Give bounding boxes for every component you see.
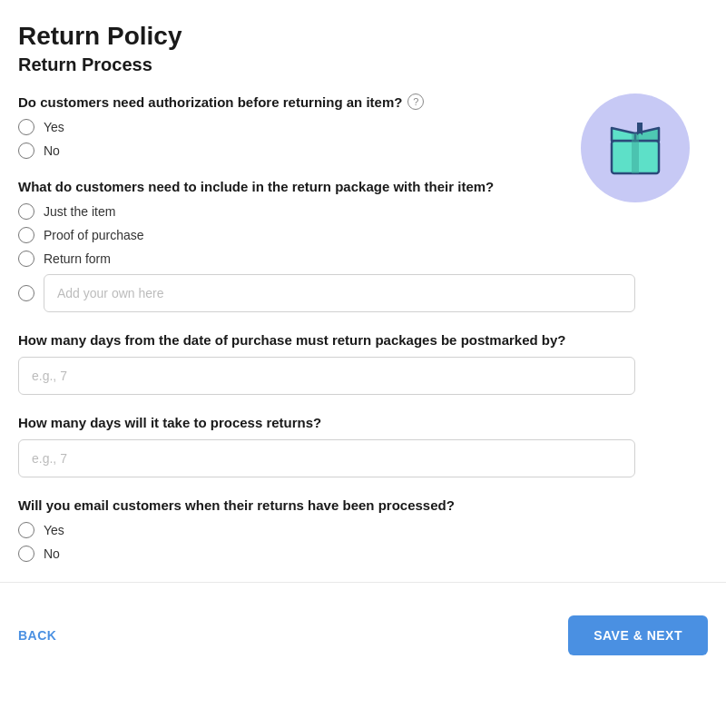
q5-yes-option[interactable]: Yes — [18, 522, 635, 538]
page-container: Return Policy Return Process — [0, 0, 726, 562]
question-4-text: How many days will it take to process re… — [18, 415, 321, 430]
save-next-button[interactable]: SAVE & NEXT — [568, 615, 708, 655]
q2-proof-option[interactable]: Proof of purchase — [18, 227, 635, 243]
content-area: Do customers need authorization before r… — [18, 93, 708, 562]
illustration — [581, 93, 690, 202]
question-1-label: Do customers need authorization before r… — [18, 93, 635, 110]
q1-no-option[interactable]: No — [18, 143, 635, 159]
question-2-label: What do customers need to include in the… — [18, 179, 635, 194]
q2-just-item-radio[interactable] — [18, 203, 34, 220]
illustration-circle — [581, 93, 690, 202]
question-1-text: Do customers need authorization before r… — [18, 94, 402, 110]
footer: BACK SAVE & NEXT — [0, 601, 726, 670]
question-4-block: How many days will it take to process re… — [18, 415, 635, 477]
q1-yes-option[interactable]: Yes — [18, 119, 635, 135]
q2-return-form-label: Return form — [44, 251, 111, 266]
q2-custom-input[interactable] — [44, 274, 635, 312]
q5-yes-radio[interactable] — [18, 522, 34, 538]
q3-days-input[interactable] — [18, 357, 635, 395]
footer-divider — [0, 582, 726, 583]
q5-yes-label: Yes — [44, 523, 64, 537]
box-icon — [603, 115, 668, 181]
page-title: Return Policy — [18, 22, 708, 51]
q1-yes-radio[interactable] — [18, 119, 34, 135]
question-2-block: What do customers need to include in the… — [18, 179, 635, 312]
q2-return-form-option[interactable]: Return form — [18, 251, 635, 267]
q2-just-item-option[interactable]: Just the item — [18, 203, 635, 220]
q2-return-form-radio[interactable] — [18, 251, 34, 267]
q1-no-radio[interactable] — [18, 143, 34, 159]
help-icon-q1[interactable]: ? — [407, 93, 424, 110]
q4-days-input[interactable] — [18, 439, 635, 477]
question-4-label: How many days will it take to process re… — [18, 415, 635, 430]
svg-rect-1 — [632, 133, 639, 173]
question-5-label: Will you email customers when their retu… — [18, 497, 635, 513]
q2-proof-label: Proof of purchase — [44, 228, 144, 242]
q5-no-label: No — [44, 546, 60, 561]
q1-yes-label: Yes — [44, 120, 64, 134]
q5-no-radio[interactable] — [18, 546, 34, 562]
question-1-block: Do customers need authorization before r… — [18, 93, 635, 159]
question-5-block: Will you email customers when their retu… — [18, 497, 635, 562]
section-title: Return Process — [18, 54, 708, 75]
q2-custom-row — [18, 274, 635, 312]
q5-no-option[interactable]: No — [18, 546, 635, 562]
back-button[interactable]: BACK — [18, 628, 56, 643]
q2-custom-radio[interactable] — [18, 285, 34, 301]
question-2-text: What do customers need to include in the… — [18, 179, 494, 194]
q1-no-label: No — [44, 143, 60, 158]
q2-proof-radio[interactable] — [18, 227, 34, 243]
question-3-label: How many days from the date of purchase … — [18, 332, 635, 348]
question-3-block: How many days from the date of purchase … — [18, 332, 635, 395]
question-5-text: Will you email customers when their retu… — [18, 497, 455, 513]
question-3-text: How many days from the date of purchase … — [18, 332, 566, 348]
q2-just-item-label: Just the item — [44, 204, 115, 219]
